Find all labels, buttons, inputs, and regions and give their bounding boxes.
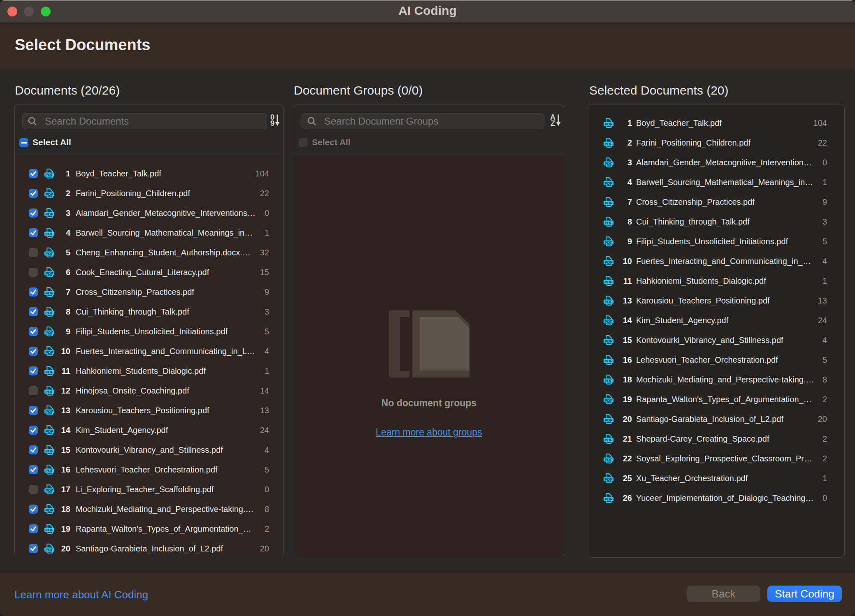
svg-text:PDF: PDF bbox=[604, 398, 612, 403]
svg-text:PDF: PDF bbox=[604, 497, 612, 501]
svg-text:PDF: PDF bbox=[604, 457, 612, 462]
svg-text:PDF: PDF bbox=[604, 141, 612, 146]
svg-text:PDF: PDF bbox=[604, 339, 612, 343]
svg-text:PDF: PDF bbox=[45, 449, 53, 453]
svg-text:PDF: PDF bbox=[45, 330, 53, 335]
svg-text:PDF: PDF bbox=[45, 310, 53, 315]
svg-text:PDF: PDF bbox=[604, 260, 612, 264]
svg-text:PDF: PDF bbox=[604, 220, 612, 225]
svg-text:PDF: PDF bbox=[45, 232, 53, 236]
svg-text:PDF: PDF bbox=[604, 122, 612, 126]
svg-text:PDF: PDF bbox=[45, 508, 53, 512]
svg-text:PDF: PDF bbox=[45, 370, 53, 374]
svg-text:PDF: PDF bbox=[45, 488, 53, 493]
svg-text:PDF: PDF bbox=[45, 212, 53, 216]
svg-text:PDF: PDF bbox=[45, 547, 53, 552]
svg-text:PDF: PDF bbox=[604, 280, 612, 284]
svg-text:PDF: PDF bbox=[45, 389, 53, 394]
svg-text:PDF: PDF bbox=[604, 359, 612, 363]
svg-text:PDF: PDF bbox=[604, 477, 612, 482]
svg-text:PDF: PDF bbox=[45, 528, 53, 532]
svg-text:PDF: PDF bbox=[604, 438, 612, 442]
svg-text:PDF: PDF bbox=[45, 172, 53, 177]
svg-text:PDF: PDF bbox=[604, 240, 612, 245]
svg-text:PDF: PDF bbox=[604, 418, 612, 422]
svg-text:PDF: PDF bbox=[45, 291, 53, 295]
svg-text:PDF: PDF bbox=[604, 299, 612, 304]
svg-text:PDF: PDF bbox=[45, 468, 53, 473]
svg-text:PDF: PDF bbox=[45, 429, 53, 433]
svg-text:PDF: PDF bbox=[45, 271, 53, 276]
svg-text:PDF: PDF bbox=[45, 251, 53, 256]
svg-text:PDF: PDF bbox=[604, 378, 612, 383]
svg-text:PDF: PDF bbox=[45, 192, 53, 197]
svg-text:PDF: PDF bbox=[604, 181, 612, 185]
svg-text:PDF: PDF bbox=[604, 319, 612, 324]
svg-text:PDF: PDF bbox=[604, 161, 612, 166]
svg-text:PDF: PDF bbox=[45, 409, 53, 414]
svg-text:PDF: PDF bbox=[45, 350, 53, 354]
svg-text:PDF: PDF bbox=[604, 201, 612, 205]
